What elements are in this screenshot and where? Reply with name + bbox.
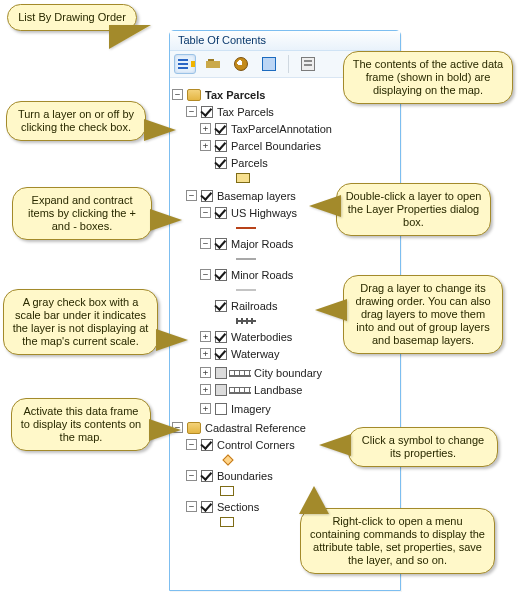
visibility-checkbox[interactable] [215, 238, 227, 250]
data-frame-label: Tax Parcels [205, 89, 265, 101]
list-by-selection-button[interactable] [258, 54, 280, 74]
visibility-checkbox[interactable] [215, 207, 227, 219]
layer-row[interactable]: − Boundaries [172, 467, 396, 484]
list-selection-icon [262, 57, 276, 71]
expander-none [200, 157, 211, 168]
visibility-checkbox-out-of-scale[interactable] [215, 384, 227, 396]
symbol-swatch[interactable] [236, 173, 250, 183]
options-icon [301, 57, 315, 71]
layer-label: Basemap layers [217, 190, 296, 202]
layer-label: Waterway [231, 348, 280, 360]
list-visibility-icon [234, 57, 248, 71]
layer-label: Waterbodies [231, 331, 292, 343]
callout-text: Activate this data frame to display its … [21, 405, 141, 443]
expander-minus[interactable]: − [172, 89, 183, 100]
list-by-source-button[interactable] [202, 54, 224, 74]
layer-row[interactable]: + TaxParcelAnnotation [172, 120, 396, 137]
expander-plus[interactable]: + [200, 140, 211, 151]
expander-minus[interactable]: − [200, 238, 211, 249]
layer-row[interactable]: + Imagery [172, 400, 396, 417]
symbol-swatch[interactable] [236, 258, 256, 260]
visibility-checkbox[interactable] [201, 439, 213, 451]
symbol-swatch[interactable] [236, 318, 256, 324]
callout-layer-properties: Double-click a layer to open the Layer P… [336, 183, 491, 236]
expander-minus[interactable]: − [186, 106, 197, 117]
expander-minus[interactable]: − [186, 439, 197, 450]
expander-plus[interactable]: + [200, 348, 211, 359]
options-button[interactable] [297, 54, 319, 74]
layer-label: Parcel Boundaries [231, 140, 321, 152]
callout-text: Drag a layer to change its drawing order… [355, 282, 490, 346]
expander-plus[interactable]: + [200, 367, 211, 378]
visibility-checkbox[interactable] [215, 331, 227, 343]
layer-row[interactable]: − Major Roads [172, 235, 396, 252]
visibility-checkbox[interactable] [215, 140, 227, 152]
callout-text: The contents of the active data frame (s… [353, 58, 503, 96]
data-frame-label: Cadastral Reference [205, 422, 306, 434]
expander-none [200, 300, 211, 311]
visibility-checkbox[interactable] [215, 403, 227, 415]
layer-label: Major Roads [231, 238, 293, 250]
visibility-checkbox[interactable] [201, 190, 213, 202]
symbol-swatch[interactable] [220, 517, 234, 527]
expander-minus[interactable]: − [186, 190, 197, 201]
visibility-checkbox[interactable] [215, 269, 227, 281]
layer-row[interactable]: Parcels [172, 154, 396, 171]
expander-minus[interactable]: − [186, 501, 197, 512]
layer-label: City boundary [254, 367, 322, 379]
group-layer[interactable]: − Tax Parcels [172, 103, 396, 120]
layer-label: TaxParcelAnnotation [231, 123, 332, 135]
visibility-checkbox[interactable] [215, 123, 227, 135]
layer-label: Tax Parcels [217, 106, 274, 118]
layer-label: Parcels [231, 157, 268, 169]
callout-text: Turn a layer on or off by clicking the c… [18, 108, 134, 133]
list-by-drawing-order-button[interactable] [174, 54, 196, 74]
callout-text: Expand and contract items by clicking th… [28, 194, 136, 232]
list-order-icon [178, 57, 192, 71]
visibility-checkbox[interactable] [215, 300, 227, 312]
layer-label: US Highways [231, 207, 297, 219]
layer-label: Minor Roads [231, 269, 293, 281]
layer-row[interactable]: + City boundary [172, 364, 396, 381]
layer-label: Railroads [231, 300, 277, 312]
callout-text: Double-click a layer to open the Layer P… [346, 190, 482, 228]
layer-label: Boundaries [217, 470, 273, 482]
data-frame-icon [187, 89, 201, 101]
visibility-checkbox-out-of-scale[interactable] [215, 367, 227, 379]
layer-label: Landbase [254, 384, 302, 396]
visibility-checkbox[interactable] [201, 501, 213, 513]
data-frame-icon [187, 422, 201, 434]
callout-text: Click a symbol to change its properties. [362, 434, 484, 459]
expander-minus[interactable]: − [200, 269, 211, 280]
layer-label: Sections [217, 501, 259, 513]
callout-text: A gray check box with a scale bar under … [13, 296, 149, 347]
layer-row[interactable]: + Landbase [172, 381, 396, 398]
visibility-checkbox[interactable] [201, 106, 213, 118]
expander-plus[interactable]: + [200, 384, 211, 395]
toolbar-separator [288, 55, 289, 73]
expander-plus[interactable]: + [200, 123, 211, 134]
expander-minus[interactable]: − [186, 470, 197, 481]
symbol-swatch[interactable] [220, 486, 234, 496]
layer-label: Imagery [231, 403, 271, 415]
expander-plus[interactable]: + [200, 331, 211, 342]
layer-row[interactable]: + Parcel Boundaries [172, 137, 396, 154]
expander-plus[interactable]: + [200, 403, 211, 414]
callout-text: List By Drawing Order [18, 11, 126, 23]
visibility-checkbox[interactable] [201, 470, 213, 482]
visibility-checkbox[interactable] [215, 348, 227, 360]
expander-minus[interactable]: − [200, 207, 211, 218]
callout-scale-checkbox: A gray check box with a scale bar under … [3, 289, 158, 355]
callout-symbol-properties: Click a symbol to change its properties. [348, 427, 498, 467]
list-by-visibility-button[interactable] [230, 54, 252, 74]
scale-indicator-icon [229, 385, 251, 394]
symbol-swatch[interactable] [236, 227, 256, 229]
callout-drag-layer: Drag a layer to change its drawing order… [343, 275, 503, 354]
callout-expand-collapse: Expand and contract items by clicking th… [12, 187, 152, 240]
symbol-swatch[interactable] [236, 289, 256, 291]
callout-right-click-menu: Right-click to open a menu containing co… [300, 508, 495, 574]
panel-title: Table Of Contents [170, 31, 400, 51]
symbol-swatch[interactable] [222, 454, 233, 465]
callout-active-data-frame: The contents of the active data frame (s… [343, 51, 513, 104]
visibility-checkbox[interactable] [215, 157, 227, 169]
